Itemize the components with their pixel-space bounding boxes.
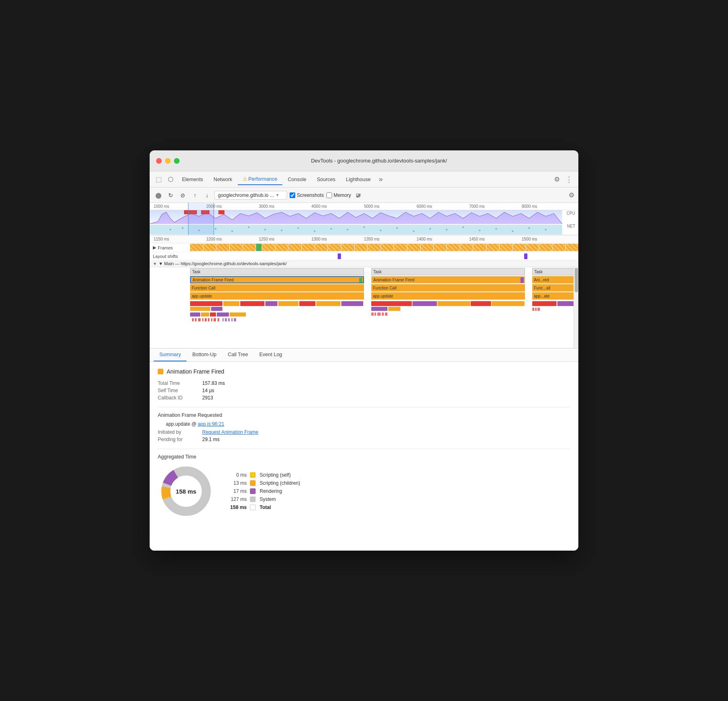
animation-frame-bar-1[interactable]: Animation Frame Fired [190, 276, 364, 283]
frame-block[interactable] [368, 244, 381, 251]
record-button[interactable]: ⬤ [154, 190, 163, 200]
memory-checkbox[interactable] [326, 192, 332, 198]
inspect-icon[interactable]: ⬚ [153, 174, 164, 185]
svg-point-11 [330, 228, 332, 230]
tab-event-log[interactable]: Event Log [254, 348, 288, 361]
main-section-label[interactable]: ▼ ▼ Main — https://googlechrome.github.i… [150, 260, 578, 267]
frame-block[interactable] [421, 244, 434, 251]
frame-block[interactable] [302, 244, 315, 251]
maximize-button[interactable] [174, 158, 180, 164]
frames-label[interactable]: ▶ Frames [150, 243, 190, 252]
frame-block[interactable] [487, 244, 499, 251]
tab-lighthouse[interactable]: Lighthouse [341, 174, 375, 185]
legend-value-17: 17 ms [222, 488, 247, 494]
self-time-label: Self Time [158, 388, 198, 393]
screenshots-checkbox[interactable] [290, 192, 295, 198]
frame-block[interactable] [341, 244, 354, 251]
clear-button[interactable]: ⊘ [178, 190, 188, 200]
performance-settings-icon[interactable]: ⚙ [569, 191, 574, 199]
frame-block[interactable] [407, 244, 420, 251]
svg-point-4 [215, 228, 216, 230]
more-tabs-icon[interactable]: » [376, 175, 385, 184]
more-options-icon[interactable]: ⋮ [563, 175, 575, 184]
svg-rect-30 [240, 301, 265, 306]
frame-block[interactable] [434, 244, 447, 251]
scrollbar-thumb[interactable] [575, 268, 578, 292]
svg-rect-51 [225, 318, 227, 321]
frames-expand-icon[interactable]: ▶ [153, 245, 156, 250]
app-update-link[interactable]: app.js:96:21 [198, 421, 224, 427]
frame-block-green[interactable] [256, 244, 262, 251]
frame-block[interactable] [203, 244, 216, 251]
frame-block[interactable] [190, 244, 203, 251]
timeline-overview[interactable]: 1000 ms 2000 ms 3000 ms 4000 ms 5000 ms … [150, 203, 578, 235]
frame-block[interactable] [328, 244, 341, 251]
download-button[interactable]: ↓ [202, 190, 212, 200]
tab-elements[interactable]: Elements [177, 174, 208, 185]
frame-block[interactable] [513, 244, 526, 251]
frame-block[interactable] [473, 244, 486, 251]
frame-block[interactable] [288, 244, 301, 251]
frame-block[interactable] [315, 244, 328, 251]
ruler-tick-5000: 5000 ms [364, 204, 417, 209]
tab-bottom-up[interactable]: Bottom-Up [186, 348, 222, 361]
settings-icon[interactable]: ⚙ [552, 175, 562, 183]
frame-block[interactable] [216, 244, 229, 251]
app-update-label: app.update @ [166, 421, 197, 427]
upload-button[interactable]: ↑ [190, 190, 200, 200]
svg-rect-66 [382, 312, 384, 316]
svg-rect-0 [150, 225, 562, 234]
frame-block[interactable] [230, 244, 243, 251]
minimize-button[interactable] [165, 158, 171, 164]
frame-block[interactable] [499, 244, 512, 251]
animation-frame-bar-2[interactable]: Animation Frame Fired [371, 276, 525, 283]
svg-rect-42 [195, 318, 197, 321]
frame-block[interactable] [552, 244, 565, 251]
frame-block[interactable] [394, 244, 407, 251]
frame-block[interactable] [566, 244, 579, 251]
tab-console[interactable]: Console [283, 174, 311, 185]
main-expand-icon[interactable]: ▼ [153, 262, 157, 266]
frame-block[interactable] [355, 244, 368, 251]
svg-rect-67 [385, 312, 387, 316]
app-update-bar-3[interactable]: app...ate [532, 292, 578, 300]
frame-block[interactable] [539, 244, 552, 251]
animation-frame-bar-3[interactable]: Ani...red [532, 276, 578, 283]
svg-point-2 [182, 227, 184, 229]
legend-color-system [250, 496, 256, 502]
close-button[interactable] [156, 158, 162, 164]
network-throttle-icon[interactable]: 🖳 [353, 190, 363, 200]
device-icon[interactable]: ⬡ [165, 174, 176, 185]
detail-tick-1250: 1250 ms [259, 237, 311, 241]
app-update-bar-2[interactable]: app.update [371, 292, 525, 300]
frame-block[interactable] [526, 244, 539, 251]
task-bar-1[interactable]: Task [190, 268, 364, 275]
frame-block[interactable] [381, 244, 394, 251]
app-update-bar-1[interactable]: app.update [190, 292, 364, 300]
reload-button[interactable]: ↻ [166, 190, 176, 200]
task-bar-2[interactable]: Task [371, 268, 525, 275]
scrollbar-track[interactable] [574, 267, 578, 348]
function-call-bar-3[interactable]: Func...all [532, 284, 578, 291]
legend-color-scripting-children [250, 480, 256, 486]
svg-rect-56 [371, 301, 412, 306]
error-block-3 [218, 210, 225, 214]
frame-block[interactable] [275, 244, 288, 251]
request-animation-link[interactable]: Request Animation Frame [202, 429, 258, 435]
tab-sources[interactable]: Sources [312, 174, 340, 185]
svg-point-18 [446, 229, 447, 230]
function-call-bar-1[interactable]: Function Call [190, 284, 364, 291]
frame-block[interactable] [460, 244, 473, 251]
task-bar-3[interactable]: Task [532, 268, 578, 275]
tab-call-tree[interactable]: Call Tree [222, 348, 254, 361]
frame-block[interactable] [243, 244, 256, 251]
tab-summary[interactable]: Summary [154, 348, 186, 361]
function-call-bar-2[interactable]: Function Call [371, 284, 525, 291]
detail-timeline[interactable]: 1150 ms 1200 ms 1250 ms 1300 ms 1350 ms … [150, 235, 578, 348]
frame-block[interactable] [262, 244, 275, 251]
tab-network[interactable]: Network [209, 174, 237, 185]
url-bar[interactable]: googlechrome.github.io ... ▼ [214, 191, 287, 200]
tab-performance[interactable]: ⚠Performance [238, 173, 282, 185]
frame-block[interactable] [447, 244, 460, 251]
pending-value: 29.1 ms [202, 437, 570, 442]
